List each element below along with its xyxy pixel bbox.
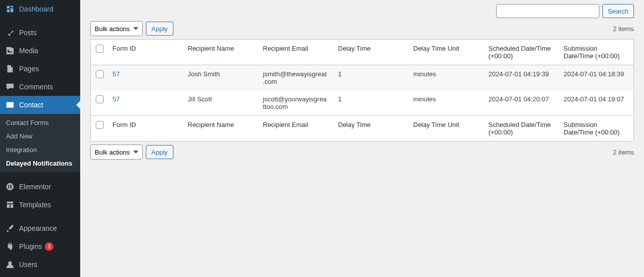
sidebar-label: Dashboard: [19, 5, 54, 13]
media-icon: [5, 46, 15, 56]
apply-button-top[interactable]: Apply: [146, 22, 173, 36]
sidebar-label: Users: [19, 260, 38, 268]
user-icon: [5, 259, 15, 269]
comment-icon: [5, 82, 15, 92]
sidebar-label: Contact: [19, 101, 43, 109]
col-submission[interactable]: Submission Date/Time (+00:00): [559, 40, 634, 65]
notifications-table: Form ID Recipient Name Recipient Email D…: [90, 39, 634, 142]
submenu-add-new[interactable]: Add New: [0, 129, 80, 143]
sidebar-item-dashboard[interactable]: Dashboard: [0, 0, 80, 18]
col-form-id[interactable]: Form ID: [108, 116, 183, 142]
table-footer-row: Form ID Recipient Name Recipient Email D…: [91, 116, 634, 142]
cell-submission: 2024-07-01 04:19:07: [559, 90, 634, 116]
cell-scheduled: 2024-07-01 04:20:07: [484, 90, 559, 116]
svg-point-5: [8, 261, 12, 265]
svg-rect-4: [10, 188, 12, 189]
select-all-footer: [91, 116, 108, 142]
sidebar-label: Media: [19, 47, 38, 55]
bulk-actions-top: Bulk actions Apply: [90, 21, 173, 36]
sidebar-label: Pages: [19, 65, 39, 73]
cell-delay-unit: minutes: [408, 65, 484, 91]
admin-sidebar: Dashboard Posts Media Pages Comments Con…: [0, 0, 80, 277]
table-row: 57 Josh Smith jsmith@thewayisgreat.com 1…: [91, 65, 634, 91]
sidebar-label: Appearance: [19, 224, 57, 232]
col-delay-time[interactable]: Delay Time: [333, 116, 408, 142]
cell-recipient-name: Jill Scott: [183, 90, 258, 116]
col-delay-unit[interactable]: Delay Time Unit: [408, 116, 484, 142]
page-icon: [5, 64, 15, 74]
row-checkbox[interactable]: [96, 70, 104, 78]
main-content: Search Bulk actions Apply 2 items Form I…: [80, 0, 644, 277]
sidebar-item-posts[interactable]: Posts: [0, 24, 80, 42]
sidebar-label: Posts: [19, 29, 37, 37]
col-scheduled[interactable]: Scheduled Date/Time (+00:00): [484, 40, 559, 65]
mail-icon: [5, 100, 15, 110]
bulk-actions-bottom: Bulk actions Apply: [90, 145, 173, 160]
col-recipient-name[interactable]: Recipient Name: [183, 116, 258, 142]
items-count-top: 2 items: [613, 25, 634, 33]
cell-recipient-name: Josh Smith: [183, 65, 258, 91]
pin-icon: [5, 28, 15, 38]
bulk-action-select-top[interactable]: Bulk actions: [90, 21, 143, 36]
submenu-contact-forms[interactable]: Contact Forms: [0, 116, 80, 129]
dashboard-icon: [5, 4, 15, 14]
sidebar-item-pages[interactable]: Pages: [0, 60, 80, 78]
sidebar-label: Plugins: [19, 242, 42, 250]
tablenav-bottom: Bulk actions Apply 2 items: [90, 145, 634, 160]
contact-submenu: Contact Forms Add New Integration Delaye…: [0, 114, 80, 172]
sidebar-item-appearance[interactable]: Appearance: [0, 219, 80, 237]
plugins-badge: 3: [45, 242, 54, 251]
cell-recipient-email: jsmith@thewayisgreat.com: [258, 65, 333, 91]
col-delay-unit[interactable]: Delay Time Unit: [408, 40, 484, 65]
col-scheduled[interactable]: Scheduled Date/Time (+00:00): [484, 116, 559, 142]
cell-delay-unit: minutes: [408, 90, 484, 116]
cell-delay-time: 1: [333, 65, 408, 91]
items-count-bottom: 2 items: [613, 149, 634, 156]
col-submission[interactable]: Submission Date/Time (+00:00): [559, 116, 634, 142]
search-button[interactable]: Search: [602, 4, 634, 18]
sidebar-item-comments[interactable]: Comments: [0, 78, 80, 96]
table-row: 57 Jill Scott jscott@yourwayisgreattoo.c…: [91, 90, 634, 116]
col-recipient-email[interactable]: Recipient Email: [258, 40, 333, 65]
row-checkbox[interactable]: [96, 95, 104, 103]
elementor-icon: [5, 182, 15, 192]
brush-icon: [5, 223, 15, 233]
table-header-row: Form ID Recipient Name Recipient Email D…: [91, 40, 634, 65]
submenu-integration[interactable]: Integration: [0, 143, 80, 157]
templates-icon: [5, 200, 15, 210]
svg-rect-2: [10, 185, 12, 186]
cell-recipient-email: jscott@yourwayisgreattoo.com: [258, 90, 333, 116]
cell-delay-time: 1: [333, 90, 408, 116]
bulk-action-select-bottom[interactable]: Bulk actions: [90, 145, 143, 160]
cell-submission: 2024-07-01 04:18:39: [559, 65, 634, 91]
tablenav-top: Bulk actions Apply 2 items: [90, 21, 634, 36]
sidebar-item-media[interactable]: Media: [0, 42, 80, 60]
select-all-checkbox-top[interactable]: [96, 45, 104, 53]
form-id-link[interactable]: 57: [113, 70, 120, 78]
sidebar-item-templates[interactable]: Templates: [0, 196, 80, 214]
sidebar-item-contact[interactable]: Contact: [0, 96, 80, 114]
apply-button-bottom[interactable]: Apply: [146, 145, 173, 159]
sidebar-label: Templates: [19, 201, 51, 209]
form-id-link[interactable]: 57: [113, 95, 120, 103]
sidebar-label: Elementor: [19, 183, 51, 191]
col-delay-time[interactable]: Delay Time: [333, 40, 408, 65]
search-bar: Search: [90, 4, 634, 18]
cell-scheduled: 2024-07-01 04:19:39: [484, 65, 559, 91]
svg-rect-3: [10, 186, 12, 187]
svg-rect-1: [8, 185, 9, 188]
sidebar-label: Comments: [19, 83, 53, 91]
sidebar-item-elementor[interactable]: Elementor: [0, 178, 80, 196]
select-all-checkbox-bottom[interactable]: [96, 121, 104, 129]
col-recipient-email[interactable]: Recipient Email: [258, 116, 333, 142]
sidebar-item-users[interactable]: Users: [0, 255, 80, 273]
col-recipient-name[interactable]: Recipient Name: [183, 40, 258, 65]
search-input[interactable]: [496, 4, 599, 18]
plug-icon: [5, 241, 15, 251]
col-form-id[interactable]: Form ID: [108, 40, 183, 65]
select-all-header: [91, 40, 108, 65]
submenu-delayed-notifications[interactable]: Delayed Notifications: [0, 157, 80, 170]
sidebar-item-plugins[interactable]: Plugins 3: [0, 237, 80, 255]
